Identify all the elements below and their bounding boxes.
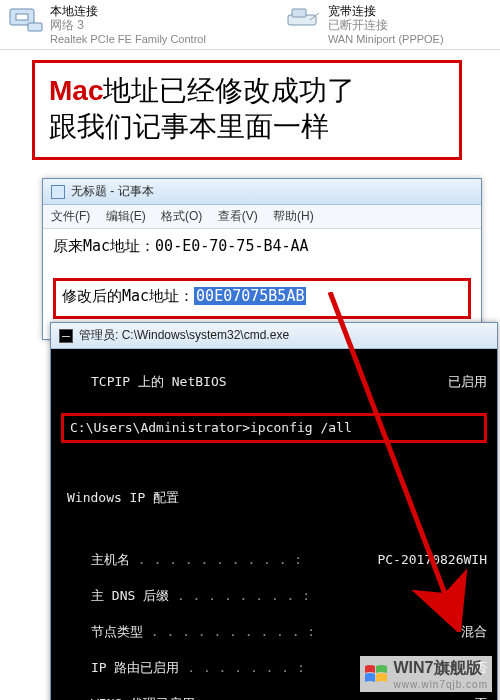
watermark-brand: WIN7旗舰版 — [394, 658, 488, 679]
wan-conn-sub: 已断开连接 — [328, 18, 444, 32]
svg-rect-2 — [28, 23, 42, 31]
menu-edit[interactable]: 编辑(E) — [106, 209, 146, 223]
local-connection-item[interactable]: 本地连接 网络 3 Realtek PCIe FE Family Control — [8, 4, 206, 49]
cmd-netbios: TCPIP 上的 NetBIOS — [51, 374, 227, 389]
svg-rect-4 — [292, 9, 306, 17]
cmd-command-highlight: C:\Users\Administrator>ipconfig /all — [61, 413, 487, 443]
cmd-title: 管理员: C:\Windows\system32\cmd.exe — [79, 327, 289, 344]
menu-file[interactable]: 文件(F) — [51, 209, 90, 223]
cmd-body[interactable]: TCPIP 上的 NetBIOS已启用 C:\Users\Administrat… — [51, 349, 497, 700]
local-conn-adapter: Realtek PCIe FE Family Control — [50, 32, 206, 46]
menu-format[interactable]: 格式(O) — [161, 209, 202, 223]
watermark: WIN7旗舰版 www.win7qjb.com — [360, 656, 492, 692]
annotation-line1: Mac地址已经修改成功了 — [49, 73, 445, 109]
notepad-titlebar[interactable]: 无标题 - 记事本 — [43, 179, 481, 205]
notepad-window: 无标题 - 记事本 文件(F) 编辑(E) 格式(O) 查看(V) 帮助(H) … — [42, 178, 482, 340]
cmd-nodetype-value: 混合 — [461, 623, 497, 641]
notepad-title: 无标题 - 记事本 — [71, 183, 154, 200]
watermark-url: www.win7qjb.com — [394, 679, 488, 690]
notepad-line-original: 原来Mac地址：00-E0-70-75-B4-AA — [53, 237, 471, 256]
notepad-highlight-box: 修改后的Mac地址：00E07075B5AB — [53, 278, 471, 319]
menu-help[interactable]: 帮助(H) — [273, 209, 314, 223]
svg-rect-1 — [16, 14, 28, 20]
cmd-prompt-line: C:\Users\Administrator>ipconfig /all — [70, 420, 352, 435]
wan-conn-title: 宽带连接 — [328, 4, 444, 18]
cmd-nodetype-label: 节点类型 — [51, 624, 143, 639]
annotation-callout: Mac地址已经修改成功了 跟我们记事本里面一样 — [32, 60, 462, 160]
annotation-line2: 跟我们记事本里面一样 — [49, 109, 445, 145]
cmd-titlebar[interactable]: 管理员: C:\Windows\system32\cmd.exe — [51, 323, 497, 349]
cmd-wins: WINS 代理已启用 — [51, 696, 195, 700]
cmd-dnssuffix: 主 DNS 后缀 — [51, 588, 169, 603]
notepad-selected-mac: 00E07075B5AB — [194, 287, 306, 305]
windows-flag-icon — [364, 664, 388, 684]
cmd-icon — [59, 329, 73, 343]
annotation-mac-word: Mac — [49, 75, 103, 106]
wan-connection-item[interactable]: 宽带连接 已断开连接 WAN Miniport (PPPOE) — [286, 4, 444, 49]
ethernet-icon — [8, 4, 44, 34]
menu-view[interactable]: 查看(V) — [218, 209, 258, 223]
cmd-hostname-value: PC-20170826WIH — [377, 551, 497, 569]
local-conn-title: 本地连接 — [50, 4, 206, 18]
cmd-hostname-label: 主机名 — [51, 552, 130, 567]
cmd-wins-val: 否 — [474, 695, 497, 700]
modem-icon — [286, 4, 322, 34]
notepad-icon — [51, 185, 65, 199]
cmd-netbios-val: 已启用 — [448, 373, 497, 391]
local-conn-sub: 网络 3 — [50, 18, 206, 32]
network-connections-row: 本地连接 网络 3 Realtek PCIe FE Family Control… — [0, 0, 500, 50]
notepad-line-modified-label: 修改后的Mac地址： — [62, 287, 194, 305]
cmd-iproute: IP 路由已启用 — [51, 660, 179, 675]
cmd-ipconfig-header: Windows IP 配置 — [51, 489, 497, 507]
wan-conn-adapter: WAN Miniport (PPPOE) — [328, 32, 444, 46]
notepad-menubar: 文件(F) 编辑(E) 格式(O) 查看(V) 帮助(H) — [43, 205, 481, 229]
cmd-window: 管理员: C:\Windows\system32\cmd.exe TCPIP 上… — [50, 322, 498, 700]
